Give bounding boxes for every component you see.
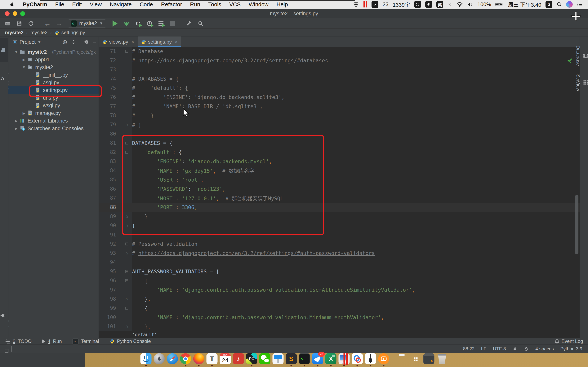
fold-marker-icon[interactable]: ⊟ bbox=[121, 49, 132, 54]
code-line-81[interactable]: 81⊟DATABASES = { bbox=[99, 138, 579, 148]
code-line-98[interactable]: 98⌂ }, bbox=[99, 294, 579, 304]
code-line-97[interactable]: 97 'NAME': 'django.contrib.auth.password… bbox=[99, 285, 579, 294]
concurrency-diagram-button[interactable] bbox=[156, 19, 165, 28]
code-line-85[interactable]: 85 'USER': 'root', bbox=[99, 175, 579, 184]
code-line-77[interactable]: 77# 'NAME': BASE_DIR / 'db.sqlite3', bbox=[99, 102, 579, 111]
dock-item-netease[interactable]: ♪ bbox=[233, 353, 244, 367]
status-lf[interactable]: LF bbox=[481, 346, 486, 351]
tree-item-mysite2[interactable]: ▼mysite2 bbox=[9, 63, 99, 71]
fold-marker-icon[interactable]: ⊟ bbox=[121, 278, 132, 283]
close-icon[interactable]: × bbox=[175, 39, 178, 45]
toolwindow-run[interactable]: 4: Run bbox=[42, 339, 62, 344]
dock-item-window-doc[interactable]: s bbox=[424, 353, 434, 367]
back-arrow[interactable]: ← bbox=[43, 19, 52, 28]
close-icon[interactable]: × bbox=[131, 39, 134, 45]
debug-button[interactable] bbox=[122, 19, 131, 28]
dock-item-circlesapp[interactable] bbox=[352, 353, 363, 367]
sidebar-tab-project[interactable]: 1: Project bbox=[0, 38, 9, 62]
sidebar-tab-sciview[interactable]: SciView bbox=[580, 74, 588, 91]
tree-item-wsgi-py[interactable]: wsgi.py bbox=[9, 102, 99, 109]
status-4-spaces[interactable]: 4 spaces bbox=[535, 346, 554, 351]
breadcrumb-item-2[interactable]: settings.py bbox=[61, 30, 85, 35]
tree-item-asgi-py[interactable]: asgi.py bbox=[9, 79, 99, 86]
status-python-3.9[interactable]: Python 3.9 bbox=[560, 346, 582, 351]
sidebar-tab-favorites[interactable]: 2: Favorites bbox=[0, 301, 9, 330]
apple-menu-icon[interactable] bbox=[5, 0, 19, 9]
code-editor[interactable]: 71⊟# Database72# https://docs.djangoproj… bbox=[99, 47, 579, 331]
run-button[interactable] bbox=[111, 19, 120, 28]
code-line-75[interactable]: 75# 'default': { bbox=[99, 83, 579, 92]
dock-item-terminal[interactable]: $ bbox=[299, 353, 310, 367]
dock-item-excel[interactable]: X bbox=[325, 353, 337, 367]
fold-marker-icon[interactable]: ⊟ bbox=[121, 141, 132, 145]
fold-marker-icon[interactable]: ⊟ bbox=[121, 150, 132, 155]
dock-item-dingtalk[interactable]: 23 bbox=[312, 353, 323, 367]
status-ime-icon[interactable]: 英 bbox=[436, 1, 443, 8]
code-line-73[interactable]: 73 bbox=[99, 65, 579, 74]
tab-settings-py[interactable]: settings.py× bbox=[138, 36, 181, 47]
forward-arrow[interactable]: → bbox=[55, 19, 63, 28]
dock-item-trash[interactable] bbox=[437, 353, 448, 367]
code-line-92[interactable]: 92⊟# Password validation bbox=[99, 239, 579, 249]
collapse-all-icon[interactable] bbox=[71, 39, 76, 45]
dock-item-launchpad[interactable] bbox=[154, 353, 165, 367]
breadcrumb-item-1[interactable]: mysite2 bbox=[30, 30, 48, 35]
fold-marker-icon[interactable]: ⌂ bbox=[121, 223, 132, 228]
run-configuration-select[interactable]: dj mysite2 ▼ bbox=[68, 19, 106, 28]
tree-item---init---py[interactable]: __init__.py bbox=[9, 71, 99, 79]
fold-marker-icon[interactable]: ⌂ bbox=[121, 122, 132, 127]
tree-open-arrow-icon[interactable]: ▼ bbox=[13, 50, 19, 54]
code-line-95[interactable]: 95⊟AUTH_PASSWORD_VALIDATORS = [ bbox=[99, 267, 579, 276]
status-bluetooth-icon[interactable] bbox=[448, 1, 452, 7]
dock-item-parallels[interactable] bbox=[339, 353, 350, 367]
dock-item-orangetv[interactable] bbox=[378, 353, 389, 367]
code-line-84[interactable]: 84 'NAME': 'gx_day15', # 数据库名字 bbox=[99, 166, 579, 175]
dock-item-calendar[interactable]: 11月24 bbox=[220, 353, 231, 367]
tree-item-scratches-and-consoles[interactable]: ▶Scratches and Consoles bbox=[9, 125, 99, 132]
hector-icon[interactable] bbox=[524, 346, 529, 351]
status-mic-icon[interactable] bbox=[425, 1, 432, 8]
code-line-89[interactable]: 89⌂ } bbox=[99, 212, 579, 221]
fold-marker-icon[interactable]: ⊟ bbox=[121, 306, 132, 311]
code-line-72[interactable]: 72# https://docs.djangoproject.com/en/3.… bbox=[99, 56, 579, 65]
dock-item-keynote[interactable] bbox=[273, 353, 284, 367]
editor-scrollbar[interactable] bbox=[575, 195, 579, 254]
unlock-icon[interactable] bbox=[512, 346, 517, 351]
chevron-down-icon[interactable]: ▼ bbox=[37, 40, 41, 44]
status-control-center-icon[interactable] bbox=[577, 1, 583, 7]
wrench-icon[interactable] bbox=[185, 19, 193, 28]
tree-closed-arrow-icon[interactable]: ▶ bbox=[21, 58, 27, 62]
code-line-74[interactable]: 74# DATABASES = { bbox=[99, 74, 579, 83]
fold-marker-icon[interactable]: ⌂ bbox=[121, 296, 132, 301]
tree-closed-arrow-icon[interactable]: ▶ bbox=[21, 111, 27, 116]
status-clock[interactable]: 周三 下午3:40 bbox=[508, 0, 541, 8]
code-line-90[interactable]: 90⌂} bbox=[99, 221, 579, 230]
code-line-96[interactable]: 96⊟ { bbox=[99, 276, 579, 285]
toolwindow-event-log[interactable]: Event Log bbox=[554, 339, 583, 344]
status-search-icon[interactable] bbox=[557, 2, 562, 7]
open-folder-icon[interactable] bbox=[3, 19, 12, 28]
status-emoji-icon[interactable] bbox=[414, 1, 421, 8]
fold-marker-icon[interactable]: ⊟ bbox=[121, 242, 132, 246]
project-view-label[interactable]: Project bbox=[19, 39, 36, 45]
tab-views-py[interactable]: views.py× bbox=[99, 36, 138, 47]
dock-item-sublime[interactable]: S bbox=[286, 353, 297, 367]
profiler-button[interactable] bbox=[145, 19, 154, 28]
inspection-ok-icon[interactable] bbox=[567, 57, 573, 63]
code-line-94[interactable]: 94 bbox=[99, 258, 579, 267]
tree-item-urls-py[interactable]: urls.py bbox=[9, 94, 99, 102]
dock-item-pycharm[interactable]: PC bbox=[246, 353, 257, 367]
toolwindow-pythonconsole[interactable]: Python Console bbox=[110, 339, 151, 344]
code-line-86[interactable]: 86 'PASSWORD': 'root123', bbox=[99, 184, 579, 193]
breadcrumb-item-0[interactable]: mysite2 bbox=[5, 30, 24, 35]
dock-item-tieapp[interactable] bbox=[365, 353, 376, 367]
code-line-80[interactable]: 80 bbox=[99, 129, 579, 138]
code-line-82[interactable]: 82⊟ 'default': { bbox=[99, 148, 579, 157]
tree-item-settings-py[interactable]: settings.py bbox=[9, 86, 99, 94]
dock-item-wechat[interactable] bbox=[259, 353, 270, 367]
save-icon[interactable] bbox=[15, 19, 24, 28]
dock-item-safari[interactable] bbox=[167, 353, 178, 367]
dock-item-typora[interactable]: T bbox=[207, 353, 218, 367]
status-pause-icon[interactable] bbox=[363, 1, 367, 8]
dock-item-folder-downloads[interactable] bbox=[397, 353, 408, 367]
